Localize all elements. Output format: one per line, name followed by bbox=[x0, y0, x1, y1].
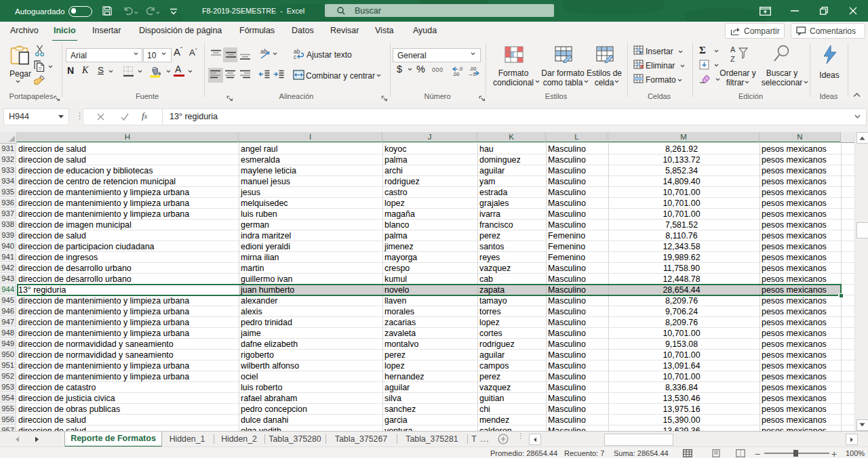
svg-text:Z: Z bbox=[730, 55, 735, 63]
svg-text:→0: →0 bbox=[468, 71, 476, 77]
svg-text:A: A bbox=[730, 45, 736, 54]
svg-text:.00: .00 bbox=[452, 71, 459, 77]
